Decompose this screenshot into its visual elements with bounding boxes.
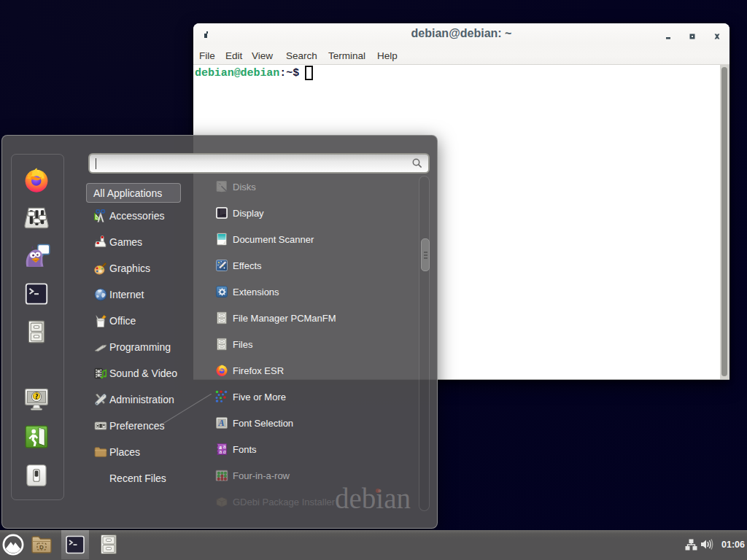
svg-text:a: a (219, 449, 222, 454)
svg-text:a: a (223, 448, 226, 455)
svg-text:A: A (218, 418, 225, 428)
svg-text:D: D (39, 544, 44, 551)
